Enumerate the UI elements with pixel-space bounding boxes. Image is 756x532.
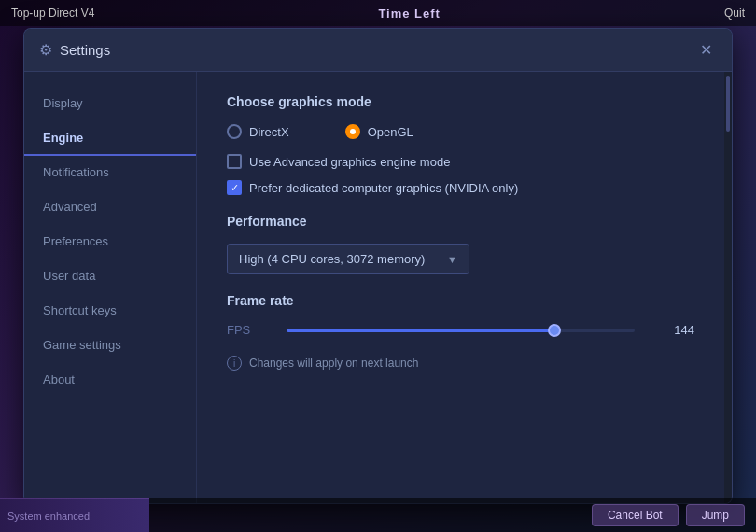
framerate-section: Frame rate FPS 144: [227, 293, 694, 337]
directx-radio[interactable]: DirectX: [227, 124, 289, 139]
sidebar-item-game-settings[interactable]: Game settings: [24, 329, 196, 363]
scrollbar-thumb[interactable]: [726, 76, 730, 132]
settings-sidebar: Display Engine Notifications Advanced Pr…: [24, 72, 197, 503]
jump-button[interactable]: Jump: [686, 504, 745, 526]
advanced-graphics-checkbox-row[interactable]: Use Advanced graphics engine mode: [227, 154, 694, 169]
modal-header: ⚙ Settings ✕: [24, 29, 732, 72]
advanced-graphics-checkbox[interactable]: [227, 154, 242, 169]
directx-radio-button[interactable]: [227, 124, 242, 139]
framerate-title: Frame rate: [227, 293, 694, 308]
sidebar-item-notifications[interactable]: Notifications: [24, 156, 196, 190]
advanced-graphics-label: Use Advanced graphics engine mode: [249, 155, 450, 169]
settings-gear-icon: ⚙: [39, 41, 52, 59]
fps-slider-fill: [287, 329, 554, 332]
note-text: Changes will apply on next launch: [249, 357, 418, 370]
sidebar-item-user-data[interactable]: User data: [24, 259, 196, 294]
graphics-section-title: Choose graphics mode: [227, 94, 694, 109]
main-content: Choose graphics mode DirectX OpenGL Use …: [197, 72, 724, 503]
sidebar-item-about[interactable]: About: [24, 363, 196, 398]
bottom-left-label: System enhanced: [0, 498, 149, 532]
note-row: i Changes will apply on next launch: [227, 356, 694, 371]
dedicated-graphics-label: Prefer dedicated computer graphics (NVID…: [249, 181, 518, 195]
fps-slider-thumb[interactable]: [548, 324, 561, 337]
graphics-mode-group: DirectX OpenGL: [227, 124, 694, 139]
settings-modal: ⚙ Settings ✕ Display Engine Notification…: [23, 28, 733, 504]
cancel-bot-button[interactable]: Cancel Bot: [592, 504, 679, 526]
performance-dropdown-value: High (4 CPU cores, 3072 memory): [239, 252, 425, 266]
bottom-bar: System enhanced Cancel Bot Jump: [0, 498, 756, 532]
performance-title: Performance: [227, 214, 694, 229]
dedicated-graphics-checkbox-row[interactable]: ✓ Prefer dedicated computer graphics (NV…: [227, 180, 694, 195]
close-button[interactable]: ✕: [694, 39, 717, 62]
info-icon: i: [227, 356, 242, 371]
fps-value: 144: [657, 323, 694, 337]
scrollbar[interactable]: [724, 72, 732, 503]
fps-label: FPS: [227, 323, 264, 337]
performance-section: Performance High (4 CPU cores, 3072 memo…: [227, 214, 694, 274]
opengl-radio-button[interactable]: [345, 124, 360, 139]
modal-body: Display Engine Notifications Advanced Pr…: [24, 72, 732, 503]
modal-overlay: ⚙ Settings ✕ Display Engine Notification…: [0, 0, 756, 532]
sidebar-item-engine[interactable]: Engine: [24, 121, 196, 156]
directx-label: DirectX: [249, 125, 289, 139]
opengl-label: OpenGL: [368, 125, 413, 139]
sidebar-item-advanced[interactable]: Advanced: [24, 190, 196, 225]
sidebar-item-preferences[interactable]: Preferences: [24, 225, 196, 259]
sidebar-item-shortcut-keys[interactable]: Shortcut keys: [24, 294, 196, 329]
opengl-radio[interactable]: OpenGL: [345, 124, 413, 139]
dedicated-graphics-checkbox[interactable]: ✓: [227, 180, 242, 195]
fps-row: FPS 144: [227, 323, 694, 337]
fps-slider-track[interactable]: [287, 329, 635, 332]
dropdown-arrow-icon: ▼: [447, 254, 457, 265]
sidebar-item-display[interactable]: Display: [24, 87, 196, 121]
modal-title: Settings: [60, 42, 694, 58]
performance-dropdown[interactable]: High (4 CPU cores, 3072 memory) ▼: [227, 244, 469, 274]
